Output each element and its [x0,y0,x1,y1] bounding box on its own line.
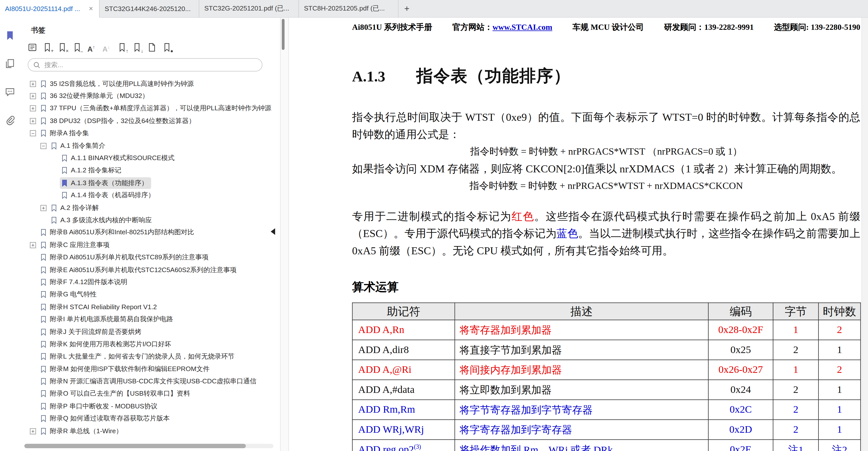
expand-icon[interactable]: + [40,205,46,211]
bookmark-icon [61,154,67,162]
bookmark-item[interactable]: +37 TFPU（三角函数+单精度浮点运算器），可以使用PLL高速时钟作为钟源 [27,103,280,115]
close-tab-icon[interactable]: × [88,5,94,12]
bookmark-search-input[interactable] [43,60,257,69]
font-increase-icon[interactable]: A↑ [87,43,97,52]
bookmark-item[interactable]: 附录M 如何使用ISP下载软件制作和编辑EEPROM文件 [27,363,280,375]
cell-bytes: 1 [773,320,818,340]
locate-bookmark-icon[interactable]: ● [162,43,172,52]
new-tab-button[interactable]: + [399,0,415,18]
expand-collapse-all-icon[interactable] [28,43,37,52]
instruction-table-body: ADD A,Rn将寄存器加到累加器0x28-0x2F12ADD A,dir8将直… [352,320,861,451]
bookmark-item[interactable]: −附录A 指令集 [27,127,280,140]
bookmark-icon [40,130,46,137]
bookmark-item[interactable]: +35 I2S音频总线，可以使用PLL高速时钟作为钟源 [27,78,280,90]
expand-icon[interactable]: + [30,106,36,112]
collapse-icon[interactable]: − [40,143,46,149]
col-bytes: 字节 [773,303,818,320]
expand-icon[interactable]: + [30,93,36,99]
table-row: ADD A,Rn将寄存器加到累加器0x28-0x2F12 [352,320,861,340]
table-row: ADD A,#data将立即数加到累加器0x2421 [352,380,861,400]
panel-horizontal-scrollbar[interactable] [24,444,273,448]
cell-description: 将立即数加到累加器 [455,380,708,400]
add-bookmark-icon[interactable]: + [42,43,52,52]
cell-opcode: 0x25 [708,340,773,360]
bookmark-label: 36 32位硬件乘除单元（MDU32） [50,91,149,101]
cell-bytes: 1 [773,360,818,380]
bookmark-item[interactable]: 附录K 如何使用万用表检测芯片I/O口好坏 [27,338,280,350]
bookmark-item[interactable]: A.1.3 指令表（功能排序） [27,177,280,190]
bookmark-item[interactable]: +38 DPU32（DSP指令，32位及64位整数运算器） [27,115,280,127]
bookmark-search-box[interactable] [28,58,262,72]
thumbnails-icon[interactable] [4,58,16,69]
pdf-page: Ai8051U 系列技术手册 官方网站：www.STCAI.com 车规 MCU… [289,18,861,451]
bookmark-item[interactable]: 附录B Ai8051U系列和Intel-80251内部结构图对比 [27,226,280,239]
bookmark-item[interactable]: +36 32位硬件乘除单元（MDU32） [27,90,280,103]
bookmark-icon [40,341,46,348]
collapse-icon[interactable]: − [30,130,36,136]
bookmark-item[interactable]: 附录E Ai8051U系列单片机取代STC12C5A60S2系列的注意事项 [27,263,280,276]
bookmark-icon [40,378,46,385]
delete-bookmark-icon[interactable]: × [58,43,67,52]
search-icon [33,61,40,68]
bookmark-icon [61,179,67,187]
cell-opcode: 0x2C [708,400,773,420]
previous-bookmark-icon[interactable]: ↑ [117,43,127,52]
tab-stc8h[interactable]: STC8H-20251205.pdf (已... [299,0,399,18]
bookmark-item[interactable]: A.3 多级流水线内核的中断响应 [27,214,280,226]
expander-spacer [30,416,36,422]
panel-vertical-scrollbar-thumb[interactable] [282,19,284,50]
cell-opcode: 0x26-0x27 [708,360,773,380]
site-link[interactable]: www.STCAI.com [492,23,552,32]
tab-label: STC8H-20251205.pdf (已... [304,4,385,13]
bookmark-label: 附录E Ai8051U系列单片机取代STC12C5A60S2系列的注意事项 [50,265,237,275]
bookmark-item[interactable]: 附录G 电气特性 [27,288,280,301]
bookmark-icon [51,142,57,149]
bookmark-item[interactable]: 附录I 单片机电源系统最简易自我保护电路 [27,313,280,326]
document-scrollbar-track[interactable] [862,18,868,451]
bookmark-label: 附录C 应用注意事项 [50,240,110,250]
mode-note-segment: 蓝色 [557,228,578,239]
bookmark-label: A.3 多级流水线内核的中断响应 [60,216,152,225]
bookmark-item[interactable]: 附录L 大批量生产，如何省去专门的烧录人员，如何无烧录环节 [27,350,280,363]
bookmarks-icon[interactable] [4,30,16,41]
bookmark-label: 附录B Ai8051U系列和Intel-80251内部结构图对比 [50,228,194,237]
bookmark-item[interactable]: A.1.4 指令表（机器码排序） [27,189,280,202]
bookmark-item[interactable]: 附录H STCAI Reliability Report V1.2 [27,301,280,313]
comments-icon[interactable] [4,86,16,97]
tab-stc32g[interactable]: STC32G-20251201.pdf (已... [199,0,299,18]
expand-icon[interactable]: + [30,242,36,248]
bookmark-item[interactable]: −A.1 指令集简介 [27,140,280,152]
bookmark-item[interactable]: +A.2 指令详解 [27,202,280,214]
company-label: 车规 MCU 设计公司 [572,22,644,33]
attachments-icon[interactable] [4,115,16,126]
cell-clocks: 2 [818,360,861,380]
bookmark-item[interactable]: +附录C 应用注意事项 [27,239,280,251]
bookmark-icon [40,266,46,274]
bookmark-item[interactable]: 附录O 可以自己去生产的【USB转双串口】资料 [27,388,280,400]
expand-icon[interactable]: + [30,428,36,434]
export-bookmarks-icon[interactable] [147,43,157,52]
cell-bytes: 注1 [773,440,818,451]
expand-icon[interactable]: + [30,118,36,124]
bookmark-item[interactable]: 附录P 串口中断收发 - MODBUS协议 [27,400,280,413]
bookmark-icon [40,105,46,112]
tab-stc32g144k246[interactable]: STC32G144K246-2025120... [100,0,199,18]
bookmark-item[interactable]: 附录J 关于回流焊前是否要烘烤 [27,326,280,338]
next-bookmark-icon[interactable]: ↓ [132,43,142,52]
font-decrease-icon[interactable]: A↓ [102,43,112,52]
collapse-panel-icon[interactable] [271,228,275,235]
bookmark-item[interactable]: 附录Q 如何通过读取寄存器获取芯片版本 [27,413,280,425]
bookmark-item[interactable]: 附录D Ai8051U系列单片机取代STC89系列的注意事项 [27,251,280,264]
bookmark-item[interactable]: +附录R 单总线（1-Wire） [27,425,280,438]
panel-splitter[interactable] [280,18,289,451]
panel-horizontal-scrollbar-thumb[interactable] [24,444,246,448]
tab-ai8051u[interactable]: AI8051U-20251114.pdf ... × [0,0,100,18]
bookmark-item[interactable]: A.1.2 指令集标记 [27,164,280,177]
bookmark-icon [40,366,46,373]
bookmark-icon [40,316,46,323]
bookmark-item[interactable]: 附录F 7.4.12固件版本说明 [27,276,280,289]
move-bookmark-icon[interactable]: → [72,43,82,52]
bookmark-item[interactable]: 附录N 开源汇编语言调用USB-CDC库文件实现USB-CDC虚拟串口通信 [27,375,280,388]
bookmark-item[interactable]: A.1.1 BINARY模式和SOURCE模式 [27,152,280,165]
expand-icon[interactable]: + [30,81,36,87]
